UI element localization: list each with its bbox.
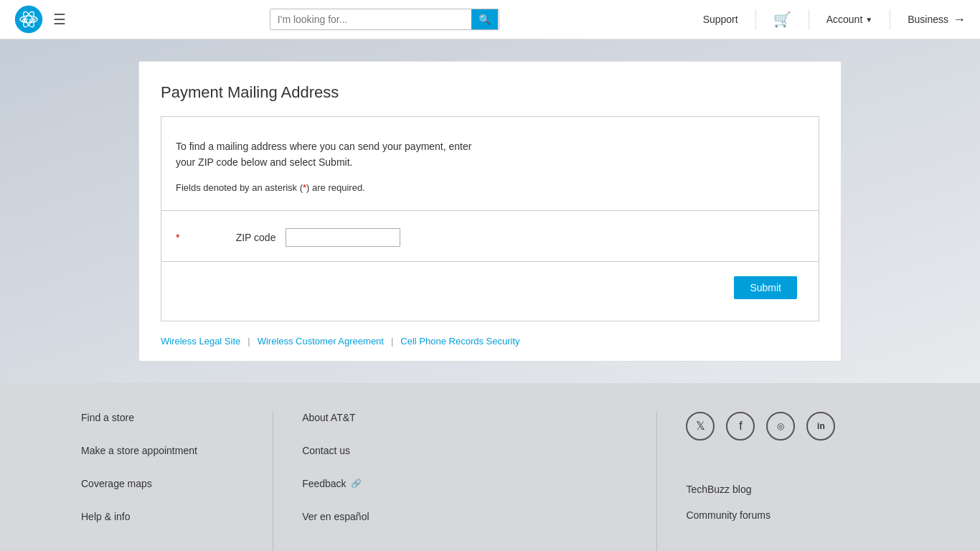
footer-col-2: About AT&T Contact us Feedback 🔗 Ver en … [273,412,657,551]
footer: Find a store Make a store appointment Co… [0,383,980,551]
svg-text:AT&T: AT&T [22,17,37,24]
header-left: AT&T ☰ [14,5,66,34]
wireless-legal-site-link[interactable]: Wireless Legal Site [161,336,240,347]
required-note-prefix: Fields denoted by an asterisk ( [176,182,303,193]
required-note: Fields denoted by an asterisk (*) are re… [176,182,804,193]
header-divider-1 [755,9,756,29]
arrow-right-icon: → [953,12,966,27]
wireless-customer-agreement-link[interactable]: Wireless Customer Agreement [258,336,384,347]
form-top-divider [161,210,819,211]
submit-row: Submit [176,276,804,299]
zip-code-row: * ZIP code [176,228,804,247]
content-card: Payment Mailing Address To find a mailin… [138,61,842,362]
header-divider-2 [809,9,809,29]
hamburger-menu-icon[interactable]: ☰ [53,11,66,28]
footer-store-appointment-link[interactable]: Make a store appointment [81,445,258,456]
zip-label: ZIP code [189,232,275,243]
form-bottom-divider [161,261,819,262]
header-divider-3 [890,9,890,29]
search-button[interactable]: 🔍 [471,9,498,29]
form-box: To find a mailing address where you can … [161,116,819,321]
page-title: Payment Mailing Address [161,83,819,102]
linkedin-icon[interactable]: in [806,412,835,441]
facebook-icon[interactable]: f [726,412,755,441]
header: AT&T ☰ 🔍 Support 🛒 Account ▼ Business → [0,0,980,39]
business-label: Business [908,14,948,25]
support-link[interactable]: Support [703,14,738,25]
account-button[interactable]: Account ▼ [826,14,873,25]
description-line2: your ZIP code below and select Submit. [176,156,352,168]
business-link[interactable]: Business → [908,12,966,27]
required-note-suffix: ) are required. [306,182,365,193]
feedback-label: Feedback [302,478,346,489]
cell-phone-records-link[interactable]: Cell Phone Records Security [400,336,519,347]
community-forums-link[interactable]: Community forums [686,509,899,521]
twitter-icon[interactable]: 𝕏 [686,412,715,441]
submit-button[interactable]: Submit [734,276,797,299]
footer-find-store-link[interactable]: Find a store [81,412,258,423]
footer-col-1: Find a store Make a store appointment Co… [81,412,273,551]
description-line1: To find a mailing address where you can … [176,141,471,152]
techbuzz-blog-link[interactable]: TechBuzz blog [686,484,899,495]
footer-spanish-link[interactable]: Ver en español [302,511,656,522]
account-label: Account [826,14,863,25]
external-link-icon: 🔗 [351,479,362,489]
chevron-down-icon: ▼ [865,16,872,24]
legal-separator-1: | [248,336,250,347]
footer-help-info-link[interactable]: Help & info [81,511,258,522]
blog-links: TechBuzz blog Community forums [686,484,899,521]
main-background: Payment Mailing Address To find a mailin… [0,39,980,383]
footer-about-att-link[interactable]: About AT&T [302,412,656,423]
legal-separator-2: | [391,336,393,347]
search-wrapper: 🔍 [270,9,499,30]
instagram-icon[interactable]: ◎ [766,412,795,441]
form-description: To find a mailing address where you can … [176,138,534,171]
zip-code-input[interactable] [286,228,400,247]
footer-contact-us-link[interactable]: Contact us [302,445,656,456]
social-row: 𝕏 f ◎ in [686,412,899,441]
zip-required-asterisk: * [176,232,179,243]
header-right: Support 🛒 Account ▼ Business → [703,9,966,29]
cart-icon[interactable]: 🛒 [773,11,791,28]
footer-main: Find a store Make a store appointment Co… [60,412,920,551]
footer-col-social: 𝕏 f ◎ in TechBuzz blog Community forums [657,412,899,551]
footer-feedback-link[interactable]: Feedback 🔗 [302,478,656,489]
legal-links: Wireless Legal Site | Wireless Customer … [161,336,819,347]
header-search: 🔍 [66,9,703,30]
search-input[interactable] [270,9,471,29]
att-logo-icon[interactable]: AT&T [14,5,43,34]
footer-coverage-maps-link[interactable]: Coverage maps [81,478,258,489]
